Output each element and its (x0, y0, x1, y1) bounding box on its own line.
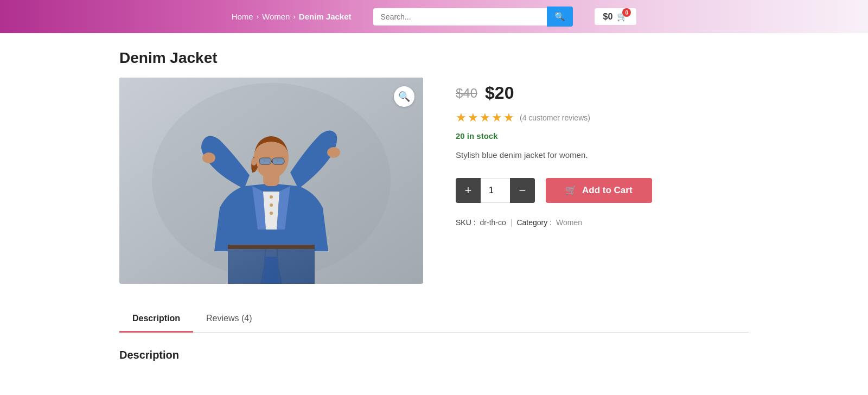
category-value[interactable]: Women (556, 218, 582, 227)
product-details: $40 $20 ★★★★★ (4 customer reviews) 20 in… (456, 78, 749, 227)
product-image-wrap: 🔍 (119, 78, 423, 284)
tabs: Description Reviews (4) (119, 305, 749, 332)
breadcrumb: Home › Women › Denim Jacket (232, 12, 352, 21)
breadcrumb-sep-2: › (293, 12, 295, 21)
breadcrumb-women[interactable]: Women (262, 12, 290, 21)
price-current: $20 (485, 83, 514, 103)
product-meta: SKU : dr-th-co | Category : Women (456, 218, 749, 227)
svg-point-5 (270, 203, 273, 207)
tabs-section: Description Reviews (4) (119, 305, 749, 333)
review-count: (4 customer reviews) (520, 113, 590, 122)
cart-badge: 0 (622, 8, 631, 17)
add-to-cart-button[interactable]: 🛒 Add to Cart (546, 178, 652, 203)
star-rating: ★★★★★ (456, 111, 515, 125)
product-layout: 🔍 $40 $20 ★★★★★ (4 customer reviews) 20 … (119, 78, 749, 284)
svg-point-15 (251, 158, 257, 165)
svg-point-17 (327, 147, 340, 158)
quantity-input[interactable] (481, 178, 510, 203)
product-image (119, 78, 423, 284)
svg-point-6 (270, 212, 273, 215)
header: Home › Women › Denim Jacket 🔍 $0 🛒 0 (0, 0, 868, 33)
zoom-icon: 🔍 (398, 91, 410, 103)
sku-label: SKU : (456, 218, 476, 227)
breadcrumb-sep-1: › (257, 12, 259, 21)
quantity-decrease-button[interactable]: − (510, 178, 535, 203)
page-content: Denim Jacket (108, 33, 760, 388)
product-title: Denim Jacket (119, 49, 749, 67)
cart-area[interactable]: $0 🛒 0 (595, 8, 637, 25)
product-image-svg (119, 78, 423, 284)
svg-rect-12 (259, 158, 271, 164)
price-original: $40 (456, 86, 477, 101)
search-button[interactable]: 🔍 (547, 7, 573, 27)
tab-content-title: Description (119, 349, 749, 361)
stock-status: 20 in stock (456, 131, 749, 141)
svg-rect-13 (272, 158, 284, 164)
stars-wrap: ★★★★★ (4 customer reviews) (456, 111, 749, 125)
svg-rect-9 (228, 245, 315, 249)
qty-cart-wrap: + − 🛒 Add to Cart (456, 178, 749, 203)
tab-description[interactable]: Description (119, 306, 193, 333)
svg-point-16 (202, 152, 215, 163)
product-description: Stylish blue denim jacket for women. (456, 149, 749, 162)
cart-price: $0 (603, 12, 613, 22)
zoom-button[interactable]: 🔍 (394, 86, 414, 107)
search-input[interactable] (373, 8, 547, 26)
tab-reviews[interactable]: Reviews (4) (193, 306, 265, 333)
cart-btn-icon: 🛒 (565, 184, 577, 196)
sku-value: dr-th-co (480, 218, 506, 227)
cart-icon-wrap: 🛒 0 (617, 11, 628, 22)
breadcrumb-current: Denim Jacket (299, 12, 352, 21)
breadcrumb-home[interactable]: Home (232, 12, 253, 21)
quantity-increase-button[interactable]: + (456, 178, 481, 203)
add-to-cart-label: Add to Cart (582, 185, 633, 196)
meta-separator: | (510, 218, 513, 227)
svg-point-4 (270, 195, 273, 199)
tab-content: Description (119, 333, 749, 372)
category-label: Category : (516, 218, 552, 227)
search-area: 🔍 (373, 7, 573, 27)
price-wrap: $40 $20 (456, 83, 749, 103)
search-icon: 🔍 (554, 12, 565, 21)
